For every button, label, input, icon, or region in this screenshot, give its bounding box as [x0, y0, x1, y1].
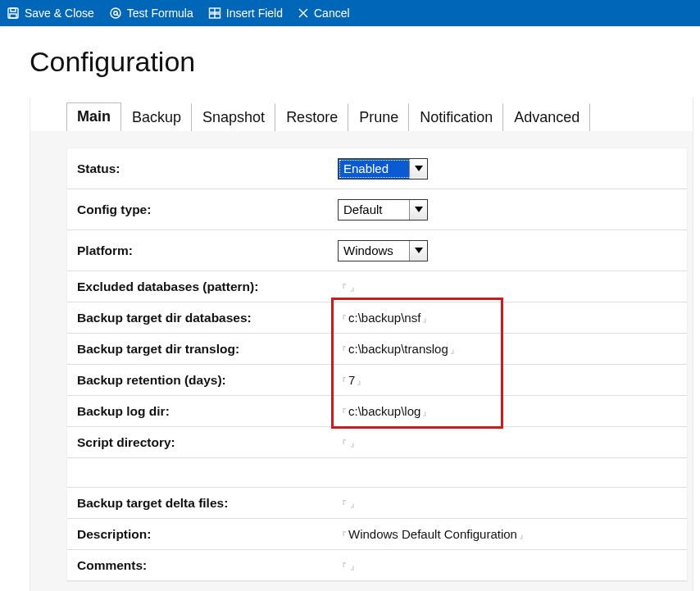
save-close-label: Save & Close [25, 7, 94, 20]
script-directory-field[interactable] [338, 435, 359, 450]
tab-bar: Main Backup Snapshot Restore Prune Notif… [30, 98, 693, 131]
platform-select[interactable]: Windows [338, 240, 428, 261]
insert-field-button[interactable]: Insert Field [208, 7, 283, 20]
row-backup-target-delta-files: Backup target delta files: [67, 488, 687, 519]
page-title: Configuration [30, 46, 700, 78]
tab-notification[interactable]: Notification [409, 103, 503, 131]
row-backup-target-dir-translog: Backup target dir translog: c:\backup\tr… [67, 334, 687, 365]
label-backup-retention: Backup retention (days): [67, 373, 338, 388]
status-value: Enabled [343, 161, 404, 175]
label-excluded-databases: Excluded databases (pattern): [67, 280, 338, 294]
label-status: Status: [67, 161, 338, 176]
tab-backup[interactable]: Backup [121, 103, 192, 131]
description-field[interactable]: Windows Default Configuration [338, 527, 528, 542]
backup-target-dir-databases-field[interactable]: c:\backup\nsf [338, 311, 431, 325]
svg-rect-2 [10, 14, 16, 18]
label-platform: Platform: [67, 243, 338, 258]
row-platform: Platform: Windows [67, 230, 687, 271]
close-icon [298, 7, 309, 19]
row-backup-log-dir: Backup log dir: c:\backup\log [67, 396, 687, 427]
label-backup-target-dir-translog: Backup target dir translog: [67, 342, 338, 357]
label-comments: Comments: [67, 558, 338, 573]
toolbar: Save & Close Test Formula Insert Field C… [0, 0, 700, 26]
save-icon [7, 7, 20, 20]
label-script-directory: Script directory: [67, 435, 338, 450]
cancel-label: Cancel [314, 7, 350, 20]
row-comments: Comments: [67, 550, 687, 581]
tab-snapshot[interactable]: Snapshot [192, 103, 275, 131]
config-panel: Main Backup Snapshot Restore Prune Notif… [30, 98, 693, 591]
row-script-directory: Script directory: [67, 427, 687, 458]
label-description: Description: [67, 527, 338, 542]
backup-retention-field[interactable]: 7 [338, 373, 366, 388]
label-backup-target-delta-files: Backup target delta files: [67, 496, 338, 511]
backup-target-delta-files-field[interactable] [338, 496, 359, 511]
label-backup-target-dir-databases: Backup target dir databases: [67, 311, 338, 325]
chevron-down-icon [409, 200, 427, 220]
chevron-down-icon [409, 241, 427, 261]
label-backup-log-dir: Backup log dir: [67, 404, 338, 419]
backup-log-dir-field[interactable]: c:\backup\log [338, 404, 431, 419]
backup-target-dir-translog-field[interactable]: c:\backup\translog [338, 342, 459, 357]
row-excluded-databases: Excluded databases (pattern): [67, 271, 687, 302]
tab-advanced[interactable]: Advanced [503, 103, 590, 131]
insert-field-label: Insert Field [226, 7, 283, 20]
form-area: Status: Enabled Config type: Default Pla… [66, 148, 688, 582]
test-formula-button[interactable]: Test Formula [109, 7, 193, 20]
cancel-button[interactable]: Cancel [298, 7, 350, 20]
row-description: Description: Windows Default Configurati… [67, 519, 687, 550]
label-config-type: Config type: [67, 202, 338, 217]
save-close-button[interactable]: Save & Close [7, 7, 94, 20]
row-config-type: Config type: Default [67, 189, 687, 230]
svg-point-3 [111, 8, 120, 18]
excluded-databases-field[interactable] [338, 280, 359, 294]
comments-field[interactable] [338, 558, 359, 573]
tab-main[interactable]: Main [66, 102, 121, 131]
row-backup-retention: Backup retention (days): 7 [67, 365, 687, 396]
tab-prune[interactable]: Prune [348, 103, 409, 131]
svg-rect-1 [11, 8, 16, 11]
insert-field-icon [208, 7, 221, 20]
tab-restore[interactable]: Restore [275, 103, 348, 131]
config-type-value: Default [343, 202, 404, 216]
row-status: Status: Enabled [67, 148, 687, 189]
platform-value: Windows [343, 243, 404, 257]
chevron-down-icon [409, 159, 427, 179]
at-icon [109, 7, 122, 20]
config-type-select[interactable]: Default [338, 199, 428, 220]
status-select[interactable]: Enabled [338, 158, 428, 180]
row-backup-target-dir-databases: Backup target dir databases: c:\backup\n… [67, 302, 687, 334]
spacer-row [67, 458, 687, 488]
test-formula-label: Test Formula [127, 7, 193, 20]
